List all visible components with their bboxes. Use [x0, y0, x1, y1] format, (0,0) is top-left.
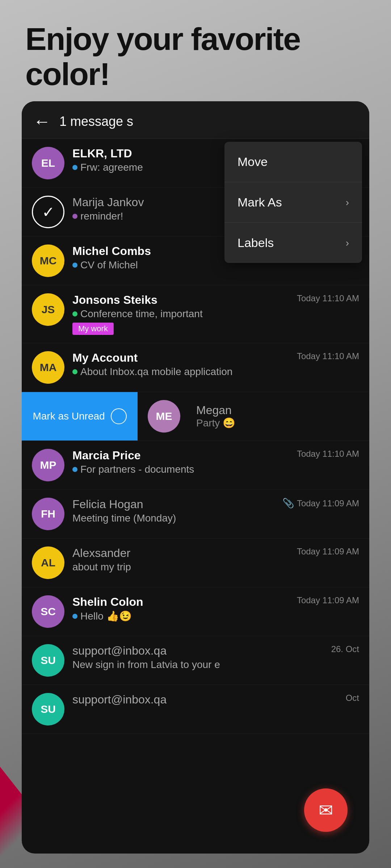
- email-meta: Marcia Price Today 11:10 AM: [72, 449, 359, 462]
- email-sender: Jonsons Steiks: [72, 293, 157, 307]
- email-content: Felicia Hogan 📎Today 11:09 AM Meeting ti…: [72, 498, 359, 524]
- header-title: 1 message s: [59, 114, 133, 129]
- email-meta: Alexsander Today 11:09 AM: [72, 546, 359, 560]
- email-time: Today 11:09 AM: [297, 546, 359, 557]
- unread-dot: [72, 311, 77, 316]
- email-meta: Felicia Hogan 📎Today 11:09 AM: [72, 498, 359, 511]
- context-menu: Move Mark As › Labels ›: [224, 142, 362, 263]
- email-item[interactable]: MP Marcia Price Today 11:10 AM For partn…: [22, 441, 369, 490]
- email-time: Today 11:10 AM: [297, 449, 359, 459]
- menu-item-mark-as[interactable]: Mark As ›: [224, 182, 362, 223]
- email-meta: My Account Today 11:10 AM: [72, 351, 359, 365]
- email-sender: Marcia Price: [72, 449, 141, 462]
- avatar: FH: [32, 498, 64, 530]
- menu-mark-as-label: Mark As: [237, 195, 282, 209]
- unread-dot: [72, 263, 77, 268]
- avatar: ME: [148, 400, 180, 433]
- attachment-icon: 📎: [282, 498, 294, 509]
- email-time: 📎Today 11:09 AM: [282, 498, 359, 509]
- email-preview: For partners - documents: [72, 464, 359, 475]
- email-content: support@inbox.qa Oct: [72, 693, 359, 706]
- email-item[interactable]: ME Megan Party 😄: [138, 392, 369, 441]
- email-time: Today 11:10 AM: [297, 293, 359, 303]
- chevron-right-icon: ›: [346, 197, 349, 208]
- email-time: Today 11:09 AM: [297, 595, 359, 605]
- avatar: SU: [32, 644, 64, 677]
- email-preview: about my trip: [72, 561, 359, 573]
- email-meta: Shelin Colon Today 11:09 AM: [72, 595, 359, 609]
- email-preview: Party 😄: [196, 417, 235, 429]
- mark-unread-label: Mark as Unread: [33, 410, 105, 422]
- email-item[interactable]: AL Alexsander Today 11:09 AM about my tr…: [22, 539, 369, 587]
- email-preview: About Inbox.qa mobile application: [72, 366, 359, 378]
- email-preview: Meeting time (Monday): [72, 512, 359, 524]
- email-content: Marcia Price Today 11:10 AM For partners…: [72, 449, 359, 475]
- email-content: Jonsons Steiks Today 11:10 AM Conference…: [72, 293, 359, 335]
- email-item[interactable]: SU support@inbox.qa Oct: [22, 685, 369, 734]
- email-content: support@inbox.qa 26. Oct New sign in fro…: [72, 644, 359, 671]
- back-button[interactable]: ←: [33, 111, 51, 131]
- unread-dot: [72, 369, 77, 374]
- email-content: Alexsander Today 11:09 AM about my trip: [72, 546, 359, 573]
- menu-item-move[interactable]: Move: [224, 142, 362, 182]
- menu-item-labels[interactable]: Labels ›: [224, 223, 362, 263]
- checkmark-icon: ✓: [42, 203, 55, 221]
- email-item[interactable]: SU support@inbox.qa 26. Oct New sign in …: [22, 636, 369, 685]
- avatar-check: ✓: [32, 196, 64, 228]
- avatar: MP: [32, 449, 64, 481]
- avatar: MC: [32, 244, 64, 277]
- email-preview: Hello 👍😉: [72, 610, 359, 622]
- email-tag: My work: [72, 323, 114, 335]
- avatar: MA: [32, 351, 64, 384]
- email-preview: Conference time, important: [72, 308, 359, 320]
- menu-move-label: Move: [237, 155, 268, 169]
- email-sender: support@inbox.qa: [72, 644, 167, 658]
- unread-dot: [72, 614, 77, 619]
- compose-icon: ✉: [319, 800, 333, 820]
- email-time: Oct: [346, 693, 359, 703]
- email-sender: support@inbox.qa: [72, 693, 167, 706]
- email-sender: My Account: [72, 351, 138, 365]
- email-content: Megan Party 😄: [196, 404, 235, 429]
- email-preview: New sign in from Latvia to your e: [72, 659, 359, 671]
- email-sender: Shelin Colon: [72, 595, 143, 609]
- mark-as-unread-button[interactable]: Mark as Unread: [22, 392, 138, 441]
- unread-dot: [72, 165, 77, 170]
- email-meta: Jonsons Steiks Today 11:10 AM: [72, 293, 359, 307]
- circle-icon: [111, 408, 127, 424]
- email-item[interactable]: SC Shelin Colon Today 11:09 AM Hello 👍😉: [22, 587, 369, 636]
- app-panel: ← 1 message s Move Mark As › Labels › EL…: [22, 101, 369, 854]
- email-meta: support@inbox.qa 26. Oct: [72, 644, 359, 658]
- hero-title: Enjoy your favorite color!: [25, 22, 391, 92]
- avatar: AL: [32, 546, 64, 579]
- email-item[interactable]: JS Jonsons Steiks Today 11:10 AM Confere…: [22, 285, 369, 343]
- avatar: EL: [32, 147, 64, 179]
- email-item[interactable]: MA My Account Today 11:10 AM About Inbox…: [22, 343, 369, 392]
- menu-labels-label: Labels: [237, 236, 274, 250]
- email-item[interactable]: FH Felicia Hogan 📎Today 11:09 AM Meeting…: [22, 490, 369, 539]
- unread-dot: [72, 214, 77, 219]
- chevron-right-icon: ›: [346, 237, 349, 249]
- email-meta: support@inbox.qa Oct: [72, 693, 359, 706]
- email-sender: Michel Combs: [72, 244, 151, 258]
- email-sender: Felicia Hogan: [72, 498, 143, 511]
- email-sender: Alexsander: [72, 546, 130, 560]
- email-sender: Marija Jankov: [72, 196, 144, 209]
- email-sender: Megan: [196, 404, 235, 417]
- email-time: 26. Oct: [331, 644, 359, 654]
- email-time: Today 11:10 AM: [297, 351, 359, 361]
- email-sender: ELKR, LTD: [72, 147, 132, 160]
- email-content: Shelin Colon Today 11:09 AM Hello 👍😉: [72, 595, 359, 622]
- avatar: JS: [32, 293, 64, 326]
- email-content: My Account Today 11:10 AM About Inbox.qa…: [72, 351, 359, 378]
- avatar: SU: [32, 693, 64, 726]
- compose-fab[interactable]: ✉: [304, 788, 348, 832]
- header: ← 1 message s: [22, 101, 369, 139]
- unread-dot: [72, 467, 77, 472]
- avatar: SC: [32, 595, 64, 628]
- mark-unread-row: Mark as Unread ME Megan Party 😄: [22, 392, 369, 441]
